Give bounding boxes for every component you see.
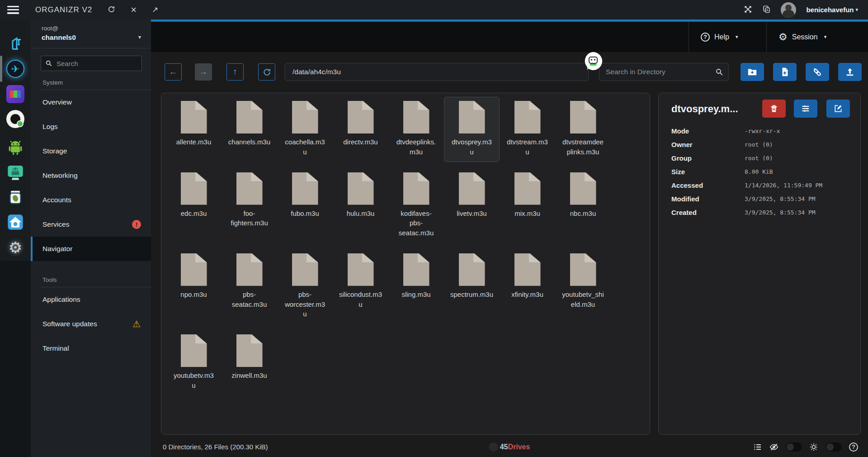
document-icon (181, 334, 207, 367)
file-item[interactable]: directv.m3u (333, 97, 388, 152)
home-icon[interactable] (6, 213, 24, 231)
translate-icon[interactable]: A (762, 5, 771, 15)
file-item[interactable]: dtvstreamdeeplinks.m3u (555, 97, 611, 162)
new-link-button[interactable] (806, 63, 829, 81)
directory-search-input[interactable] (599, 63, 729, 81)
crane-icon[interactable] (6, 34, 24, 52)
file-item[interactable]: mix.m3u (500, 168, 555, 224)
edit-icon (834, 104, 843, 113)
hidden-files-toggle[interactable] (786, 443, 802, 452)
sidebar-nav-item[interactable]: Overview (31, 90, 151, 114)
theme-sun-icon[interactable] (809, 443, 818, 452)
file-item[interactable]: xfinity.m3u (500, 249, 555, 305)
document-icon (181, 253, 207, 286)
forward-button[interactable]: → (195, 63, 212, 81)
file-item[interactable]: youtubetv.m3u (166, 330, 222, 395)
file-item[interactable]: edc.m3u (166, 168, 222, 224)
hamburger-menu-icon[interactable] (7, 6, 19, 14)
new-file-button[interactable] (773, 63, 797, 81)
session-menu[interactable]: ⚙ Session ▾ (766, 22, 868, 52)
file-item[interactable]: channels.m3u (222, 97, 277, 152)
file-item[interactable]: allente.m3u (166, 97, 222, 152)
section-label-system: System (42, 79, 151, 86)
gear-icon[interactable]: ⚙ (6, 238, 24, 257)
sidebar-nav-item[interactable]: Terminal (31, 336, 151, 361)
up-directory-button[interactable]: ↑ (226, 63, 244, 81)
document-icon (570, 253, 596, 286)
file-item[interactable]: zinwell.m3u (222, 330, 277, 386)
path-input[interactable] (285, 63, 589, 81)
cockpit-sidebar: root@ channels0 ▾ System Overview Logs (31, 19, 151, 457)
popout-icon[interactable]: ↗ (152, 6, 158, 14)
file-item[interactable]: pbs-seatac.m3u (222, 249, 277, 314)
help-circle-icon[interactable]: ? (849, 443, 858, 452)
new-folder-button[interactable] (741, 63, 764, 81)
jar-icon[interactable] (6, 188, 24, 206)
sidebar-nav-item[interactable]: Applications (31, 287, 151, 312)
sidebar-nav-item[interactable]: Storage (31, 139, 151, 163)
file-item[interactable]: kodifaves-pbs-seatac.m3u (388, 168, 444, 243)
sidebar-nav-item[interactable]: Services ! (31, 212, 151, 237)
file-item[interactable]: dtvosprey.m3u (444, 97, 500, 162)
host-switcher[interactable]: root@ channels0 ▾ (31, 19, 151, 48)
delete-button[interactable] (762, 100, 786, 118)
section-label-tools: Tools (42, 276, 151, 283)
selected-file-title: dtvosprey.m... (671, 103, 762, 115)
properties-button[interactable] (794, 100, 817, 118)
file-item[interactable]: sling.m3u (388, 249, 444, 305)
file-item[interactable]: hulu.m3u (333, 168, 388, 224)
sidebar-nav-item[interactable]: Logs (31, 114, 151, 139)
close-icon[interactable]: × (131, 5, 137, 15)
file-item[interactable]: npo.m3u (166, 249, 222, 305)
airplane-icon[interactable]: ✈ (6, 60, 24, 78)
upload-button[interactable] (838, 63, 862, 81)
sidebar-nav-item[interactable]: Networking (31, 163, 151, 188)
file-item[interactable]: youtubetv_shield.m3u (555, 249, 611, 314)
sidebar-item-label: Services (42, 220, 69, 228)
file-name: kodifaves-pbs-seatac.m3u (395, 209, 438, 238)
file-item[interactable]: foo-fighters.m3u (222, 168, 277, 233)
file-item[interactable]: pbs-worcester.m3u (277, 249, 333, 324)
file-item[interactable]: silicondust.m3u (333, 249, 388, 314)
file-item[interactable]: nbc.m3u (555, 168, 611, 224)
arrow-left-icon: ← (169, 67, 178, 77)
file-item[interactable]: coachella.m3u (277, 97, 333, 162)
sidebar-nav-item[interactable]: Accounts (31, 188, 151, 212)
edit-button[interactable] (826, 100, 850, 118)
property-label: Created (671, 209, 745, 216)
file-grid-panel: allente.m3u channels.m3u coachella.m3u (161, 93, 650, 435)
file-item[interactable]: dtvstream.m3u (500, 97, 555, 162)
document-icon (348, 253, 374, 286)
cockpit-header: ? Help ▾ ⚙ Session ▾ (151, 22, 868, 52)
file-item[interactable]: livetv.m3u (444, 168, 500, 224)
property-row: Owner root (0) (671, 138, 851, 151)
property-row: Accessed 1/14/2026, 11:59:49 PM (671, 178, 851, 192)
sidebar-search (41, 56, 142, 71)
android-tv-icon[interactable] (6, 163, 24, 181)
sidebar-nav-item[interactable]: Software updates (31, 312, 151, 336)
file-item[interactable]: dtvdeeplinks.m3u (388, 97, 444, 162)
help-menu[interactable]: ? Help ▾ (689, 22, 766, 52)
android-icon[interactable] (6, 138, 24, 156)
file-name: livetv.m3u (457, 209, 486, 219)
document-icon (236, 334, 263, 367)
hidden-files-icon[interactable] (769, 443, 778, 452)
sidebar-scroll-indicator[interactable] (0, 56, 2, 82)
file-item[interactable]: fubo.m3u (277, 168, 333, 224)
sidebar-search-input[interactable] (41, 56, 142, 71)
tv-icon[interactable] (6, 85, 24, 103)
host-user: root@ (42, 25, 140, 32)
back-button[interactable]: ← (165, 63, 182, 81)
chatbot-bubble-icon[interactable] (583, 51, 603, 71)
list-view-icon[interactable] (753, 443, 762, 452)
refresh-button[interactable] (258, 63, 275, 81)
disc-icon[interactable] (6, 110, 24, 128)
avatar[interactable] (781, 2, 796, 18)
theme-toggle[interactable] (826, 443, 842, 452)
file-item[interactable]: spectrum.m3u (444, 249, 500, 305)
user-menu[interactable]: benicehavefun ▾ (806, 6, 858, 14)
refresh-icon[interactable] (108, 5, 115, 14)
fullscreen-icon[interactable] (744, 5, 752, 15)
property-label: Size (671, 168, 745, 176)
sidebar-nav-item[interactable]: Navigator (31, 237, 151, 261)
